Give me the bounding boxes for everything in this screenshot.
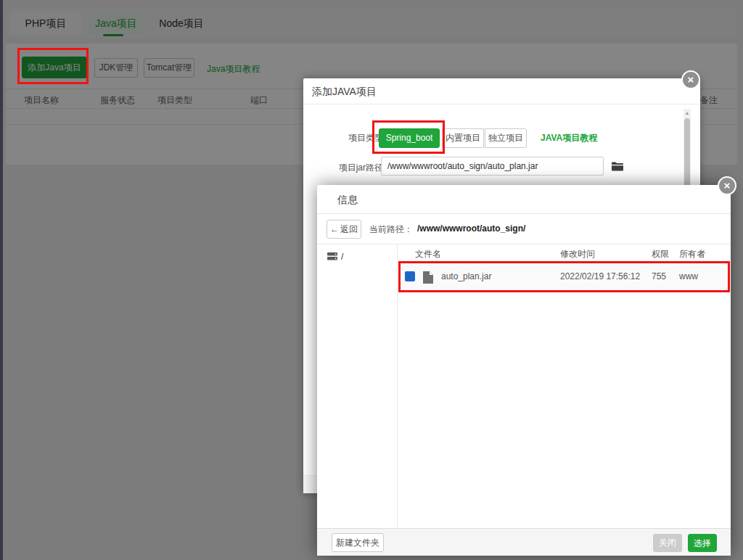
col-mtime: 修改时间 (560, 248, 595, 260)
file-perm: 755 (652, 271, 666, 281)
java-project-tutorial-link[interactable]: JAVA项目教程 (541, 128, 597, 148)
file-checkbox-checked[interactable]: ✓ (405, 271, 415, 281)
current-path-value: /www/wwwroot/auto_sign/ (417, 223, 525, 234)
jar-path-label: 项目jar路径 (321, 157, 383, 178)
file-table-header: 文件名 修改时间 权限 所有者 (398, 244, 731, 263)
scroll-up-icon[interactable]: ▲ (684, 109, 691, 118)
back-button[interactable]: ←返回 (327, 220, 361, 239)
close-icon[interactable]: × (718, 176, 736, 195)
directory-tree: / (317, 244, 398, 528)
file-owner: www (679, 271, 698, 281)
root-directory-label: / (341, 252, 343, 262)
file-mtime: 2022/02/19 17:56:12 (560, 271, 640, 281)
back-label: 返回 (340, 224, 358, 234)
screen: PHP项目 Java项目 Node项目 添加Java项目 JDK管理 Tomca… (0, 0, 743, 560)
jar-path-input[interactable] (381, 157, 604, 176)
new-folder-button[interactable]: 新建文件夹 (332, 533, 384, 552)
file-picker-modal: 信息 × ←返回 当前路径： /www/wwwroot/auto_sign/ / (317, 185, 731, 556)
current-path-label: 当前路径： (369, 223, 413, 236)
col-perm: 权限 (652, 248, 669, 260)
col-filename: 文件名 (415, 248, 441, 260)
disk-icon (327, 252, 337, 261)
close-button[interactable]: 关闭 (653, 534, 682, 552)
type-builtin-button[interactable]: 内置项目 (442, 128, 484, 148)
file-picker-toolbar: ←返回 当前路径： /www/wwwroot/auto_sign/ (317, 214, 731, 244)
file-name: auto_plan.jar (441, 271, 491, 281)
back-arrow-icon: ← (330, 224, 339, 234)
root-directory-item[interactable]: / (327, 250, 343, 263)
type-standalone-button[interactable]: 独立项目 (485, 128, 527, 148)
file-picker-body: / 文件名 修改时间 权限 所有者 ✓ auto_plan.jar 2022/ (317, 244, 731, 528)
select-button[interactable]: 选择 (688, 534, 717, 552)
project-type-row: 项目类型 Spring_boot 内置项目 独立项目 JAVA项目教程 (303, 128, 700, 148)
file-icon (423, 271, 433, 286)
col-owner: 所有者 (679, 248, 705, 260)
add-modal-title: 添加JAVA项目 (303, 78, 700, 104)
type-springboot-button[interactable]: Spring_boot (379, 128, 440, 148)
file-row-auto-plan-jar[interactable]: ✓ auto_plan.jar 2022/02/19 17:56:12 755 … (398, 263, 731, 290)
jar-path-row: 项目jar路径 (303, 155, 700, 175)
folder-icon[interactable] (611, 159, 624, 170)
project-type-label: 项目类型 (321, 128, 383, 148)
file-picker-footer: 新建文件夹 关闭 选择 (317, 528, 731, 556)
close-icon[interactable]: × (681, 70, 700, 89)
file-modal-title: 信息 (317, 185, 731, 214)
